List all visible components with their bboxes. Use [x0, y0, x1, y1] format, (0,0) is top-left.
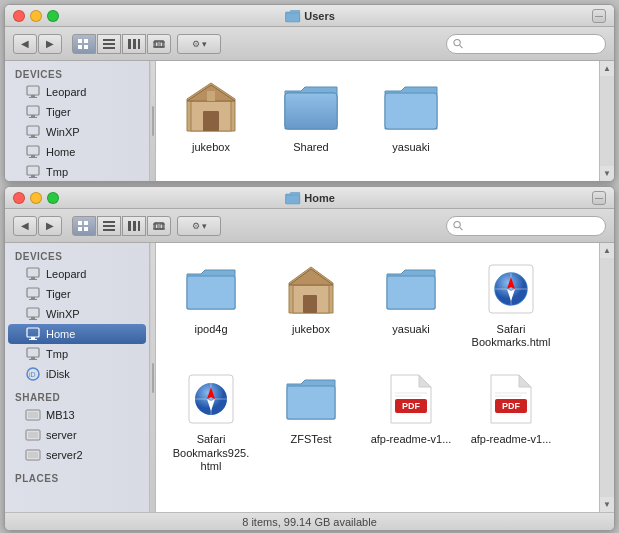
view-list-home[interactable] [97, 216, 121, 236]
monitor-icon [25, 164, 41, 180]
view-cover-users[interactable] [147, 34, 171, 54]
sidebar-item-mb13[interactable]: MB13 [5, 405, 149, 425]
svg-rect-4 [84, 45, 88, 49]
view-cover-home[interactable] [147, 216, 171, 236]
svg-rect-57 [31, 277, 35, 279]
pdf-icon1: PDF [389, 373, 433, 425]
file-item-zfstest[interactable]: ZFSTest [266, 363, 356, 477]
sidebar-header-places-home: PLACES [5, 471, 149, 486]
back-button-home[interactable]: ◀ [13, 216, 37, 236]
search-input-home[interactable] [467, 220, 599, 232]
sidebar-item-home-home[interactable]: Home [8, 324, 146, 344]
close-button-users[interactable] [13, 10, 25, 22]
grid-icon-home [78, 221, 90, 231]
back-button-users[interactable]: ◀ [13, 34, 37, 54]
svg-rect-17 [31, 95, 35, 97]
maximize-button-users[interactable] [47, 10, 59, 22]
sidebar-item-tiger-users[interactable]: Tiger [5, 102, 149, 122]
file-item-jukebox[interactable]: jukebox [166, 71, 256, 158]
view-icon-home[interactable] [72, 216, 96, 236]
sidebar-item-tmp-home[interactable]: Tmp [5, 344, 149, 364]
folder-title-icon-home [284, 190, 300, 206]
file-item-safari-bookmarks-925[interactable]: Safari Bookmarks925.html [166, 363, 256, 477]
svg-rect-76 [28, 432, 38, 438]
svg-rect-64 [29, 319, 37, 320]
view-list-users[interactable] [97, 34, 121, 54]
minimize-button-users[interactable] [30, 10, 42, 22]
server-icon-server [25, 427, 41, 443]
collapse-button-home[interactable]: — [592, 191, 606, 205]
view-icon-users[interactable] [72, 34, 96, 54]
svg-rect-2 [84, 39, 88, 43]
sidebar-header-shared-home: SHARED [5, 390, 149, 405]
sidebar-item-idisk-home[interactable]: iD iDisk [5, 364, 149, 384]
forward-button-users[interactable]: ▶ [38, 34, 62, 54]
action-button-users[interactable]: ⚙ ▾ [177, 34, 221, 54]
sidebar-item-server[interactable]: server [5, 425, 149, 445]
svg-rect-21 [29, 117, 37, 118]
monitor-icon [25, 346, 41, 362]
scroll-up-home[interactable]: ▲ [600, 243, 615, 258]
jukebox2-icon-container [279, 257, 343, 321]
scroll-track-home [600, 258, 614, 497]
svg-point-14 [454, 39, 460, 45]
svg-rect-67 [29, 339, 37, 340]
file-item-shared[interactable]: Shared [266, 71, 356, 158]
svg-rect-6 [103, 43, 115, 45]
sidebar-item-leopard-home[interactable]: Leopard [5, 264, 149, 284]
sidebar-item-leopard-users[interactable]: Leopard [5, 82, 149, 102]
nav-buttons-users: ◀ ▶ [13, 34, 62, 54]
search-input-users[interactable] [467, 38, 599, 50]
action-arrow-icon: ▾ [202, 39, 207, 49]
close-button-home[interactable] [13, 192, 25, 204]
forward-button-home[interactable]: ▶ [38, 216, 62, 236]
svg-rect-8 [128, 39, 131, 49]
view-buttons-home [72, 216, 171, 236]
sidebar-item-tiger-home[interactable]: Tiger [5, 284, 149, 304]
file-item-yasuaki2[interactable]: yasuaki [366, 253, 456, 353]
sidebar-section-devices-users: DEVICES Leopard Tiger WinXP Home [5, 61, 149, 181]
sidebar-resize-handle-home[interactable] [150, 243, 156, 512]
maximize-button-home[interactable] [47, 192, 59, 204]
view-column-users[interactable] [122, 34, 146, 54]
minimize-button-home[interactable] [30, 192, 42, 204]
file-item-pdf1[interactable]: PDF afp-readme-v1... [366, 363, 456, 477]
sidebar-item-home-users[interactable]: Home [5, 142, 149, 162]
scroll-down-home[interactable]: ▼ [600, 497, 615, 512]
sidebar-resize-handle-users[interactable] [150, 61, 156, 181]
search-box-users[interactable] [446, 34, 606, 54]
svg-rect-63 [31, 317, 35, 319]
scroll-down-users[interactable]: ▼ [600, 166, 615, 181]
sidebar-item-winxp-home[interactable]: WinXP [5, 304, 149, 324]
svg-rect-25 [27, 146, 39, 155]
svg-rect-18 [29, 97, 37, 98]
file-item-yasuaki[interactable]: yasuaki [366, 71, 456, 158]
sidebar-item-winxp-users[interactable]: WinXP [5, 122, 149, 142]
zfstest-label: ZFSTest [291, 433, 332, 446]
svg-rect-46 [103, 225, 115, 227]
view-column-home[interactable] [122, 216, 146, 236]
file-item-pdf2[interactable]: PDF afp-readme-v1... [466, 363, 556, 477]
scroll-up-users[interactable]: ▲ [600, 61, 615, 76]
view-buttons-users [72, 34, 171, 54]
yasuaki-label: yasuaki [392, 141, 429, 154]
svg-rect-97 [287, 386, 335, 419]
sidebar-section-shared-home: SHARED MB13 server server2 [5, 384, 149, 465]
action-button-home[interactable]: ⚙ ▾ [177, 216, 221, 236]
zfstest-icon-container [279, 367, 343, 431]
sidebar-item-server2[interactable]: server2 [5, 445, 149, 465]
sidebar-item-tmp-users[interactable]: Tmp [5, 162, 149, 181]
file-item-jukebox2[interactable]: jukebox [266, 253, 356, 353]
file-item-safari-bookmarks[interactable]: Safari Bookmarks.html [466, 253, 556, 353]
sidebar-label: server [46, 429, 77, 441]
file-item-ipod4g[interactable]: ipod4g [166, 253, 256, 353]
coverflow-icon [153, 39, 165, 49]
search-icon-users [453, 38, 463, 49]
collapse-button-users[interactable]: — [592, 9, 606, 23]
svg-rect-28 [27, 166, 39, 175]
monitor-icon [25, 266, 41, 282]
monitor-icon [25, 144, 41, 160]
sidebar-label: Leopard [46, 86, 86, 98]
shared-label: Shared [293, 141, 328, 154]
search-box-home[interactable] [446, 216, 606, 236]
